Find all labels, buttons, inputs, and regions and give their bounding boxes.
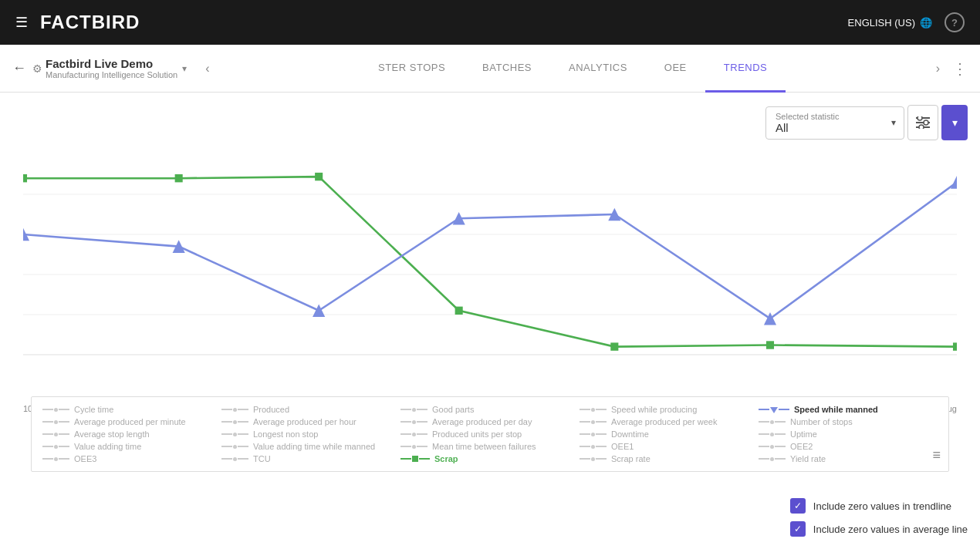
statistic-select[interactable]: Selected statistic All ▾ <box>765 106 904 140</box>
more-menu-button[interactable]: ⋮ <box>952 59 968 78</box>
svg-rect-16 <box>766 341 774 349</box>
svg-rect-11 <box>23 174 27 182</box>
chart-area: 10. Aug 11. Aug 12. Aug 13. Aug 14. Aug … <box>23 154 957 395</box>
legend-item-avg-per-day[interactable]: Average produced per day <box>400 417 580 426</box>
stat-select-arrow-icon: ▾ <box>891 117 896 128</box>
legend-item-produced[interactable]: Produced <box>221 405 400 414</box>
blue-dropdown-button[interactable]: ▾ <box>941 105 968 140</box>
checkbox-row-avgline: ✓ Include zero values in average line <box>790 521 968 537</box>
legend-item-value-adding-manned[interactable]: Value adding time while manned <box>221 442 400 451</box>
checkbox-row-trendline: ✓ Include zero values in trendline <box>790 498 968 514</box>
svg-rect-12 <box>175 174 183 182</box>
legend-item-speed-manned[interactable]: Speed while manned <box>759 405 938 414</box>
legend-item-value-adding[interactable]: Value adding time <box>42 442 221 451</box>
legend-label-tcu: TCU <box>253 454 271 463</box>
legend-item-oee3[interactable]: OEE3 <box>42 454 221 463</box>
tab-batches[interactable]: BATCHES <box>464 45 550 93</box>
legend-item-avg-stop-length[interactable]: Average stop length <box>42 429 221 439</box>
nav-right-arrow[interactable]: › <box>930 62 946 76</box>
nav-left-arrow[interactable]: ‹ <box>199 62 215 76</box>
legend-item-oee2[interactable]: OEE2 <box>759 442 938 451</box>
tab-trends[interactable]: TRENDS <box>705 45 786 93</box>
hamburger-icon[interactable]: ☰ <box>15 14 28 31</box>
globe-icon: 🌐 <box>920 17 932 29</box>
legend-label-good-parts: Good parts <box>432 405 474 414</box>
legend-label-oee1: OEE1 <box>611 442 634 451</box>
legend-item-produced-per-stop[interactable]: Produced units per stop <box>400 429 580 439</box>
legend-label-speed-manned: Speed while manned <box>794 405 878 414</box>
legend-label-num-stops: Number of stops <box>790 417 853 426</box>
legend-label-mean-time: Mean time between failures <box>432 442 536 451</box>
svg-rect-13 <box>315 173 323 180</box>
legend-item-avg-per-hour[interactable]: Average produced per hour <box>221 417 400 426</box>
language-label: ENGLISH (US) <box>848 17 915 29</box>
back-button[interactable]: ← <box>12 60 26 76</box>
zero-avgline-label: Include zero values in average line <box>813 524 968 535</box>
legend-label-avg-per-minute: Average produced per minute <box>74 417 186 426</box>
svg-marker-23 <box>764 312 776 325</box>
legend-item-longest-non-stop[interactable]: Longest non stop <box>221 429 400 439</box>
legend-item-downtime[interactable]: Downtime <box>580 429 759 439</box>
zero-avgline-checkbox[interactable]: ✓ <box>790 521 806 537</box>
svg-rect-14 <box>455 307 463 315</box>
help-button[interactable]: ? <box>945 12 965 32</box>
workspace-name: Factbird Live Demo <box>46 57 177 70</box>
legend-item-cycle-time[interactable]: Cycle time <box>42 405 221 414</box>
legend-label-avg-per-day: Average produced per day <box>432 417 532 426</box>
nav-tabs: STER STOPS BATCHES ANALYTICS OEE TRENDS <box>216 45 930 93</box>
legend-label-cycle-time: Cycle time <box>74 405 113 414</box>
stat-select-value: All <box>776 121 894 134</box>
main-content: Selected statistic All ▾ ▾ <box>0 93 980 549</box>
logo: FACTBIRD <box>40 12 140 33</box>
filter-icon <box>916 116 930 129</box>
legend-label-avg-per-hour: Average produced per hour <box>253 417 357 426</box>
legend-item-oee1[interactable]: OEE1 <box>580 442 759 451</box>
legend-item-scrap[interactable]: Scrap <box>400 454 580 463</box>
legend-label-avg-per-week: Average produced per week <box>611 417 717 426</box>
legend-label-produced-per-stop: Produced units per stop <box>432 429 522 439</box>
svg-point-5 <box>919 125 924 129</box>
legend-item-speed-producing[interactable]: Speed while producing <box>580 405 759 414</box>
workspace-subtitle: Manufacturing Intelligence Solution <box>46 70 177 79</box>
legend-label-speed-producing: Speed while producing <box>611 405 697 414</box>
header-right: ENGLISH (US) 🌐 ? <box>848 12 965 32</box>
zero-trendline-label: Include zero values in trendline <box>813 500 951 512</box>
legend-item-tcu[interactable]: TCU <box>221 454 400 463</box>
header: ☰ FACTBIRD ENGLISH (US) 🌐 ? <box>0 0 980 45</box>
legend-item-num-stops[interactable]: Number of stops <box>759 417 938 426</box>
legend-label-downtime: Downtime <box>611 429 649 439</box>
legend-label-scrap: Scrap <box>434 454 458 463</box>
workspace-icon: ⚙ <box>32 62 42 75</box>
legend-item-good-parts[interactable]: Good parts <box>400 405 580 414</box>
legend-menu-icon[interactable]: ≡ <box>932 447 941 463</box>
legend-item-uptime[interactable]: Uptime <box>759 429 938 439</box>
tab-oee[interactable]: OEE <box>646 45 705 93</box>
legend-label-avg-stop-length: Average stop length <box>74 429 150 439</box>
legend-label-scrap-rate: Scrap rate <box>611 454 651 463</box>
filter-button[interactable] <box>907 105 938 140</box>
legend-label-value-adding-manned: Value adding time while manned <box>253 442 375 451</box>
legend-label-produced: Produced <box>253 405 289 414</box>
legend-item-scrap-rate[interactable]: Scrap rate <box>580 454 759 463</box>
zero-trendline-checkbox[interactable]: ✓ <box>790 498 806 514</box>
legend-label-oee2: OEE2 <box>790 442 813 451</box>
workspace-info: Factbird Live Demo Manufacturing Intelli… <box>46 57 177 79</box>
svg-point-4 <box>924 120 928 125</box>
controls-area: Selected statistic All ▾ ▾ <box>765 105 968 140</box>
legend-item-avg-per-minute[interactable]: Average produced per minute <box>42 417 221 426</box>
tab-analytics[interactable]: ANALYTICS <box>550 45 646 93</box>
stat-select-label: Selected statistic <box>776 112 894 121</box>
blue-dropdown-icon: ▾ <box>952 116 958 129</box>
header-left: ☰ FACTBIRD <box>15 12 140 33</box>
tab-ster-stops[interactable]: STER STOPS <box>360 45 464 93</box>
language-button[interactable]: ENGLISH (US) 🌐 <box>848 17 932 29</box>
legend-item-mean-time[interactable]: Mean time between failures <box>400 442 580 451</box>
legend-label-uptime: Uptime <box>790 429 817 439</box>
legend-label-value-adding: Value adding time <box>74 442 141 451</box>
svg-point-3 <box>917 116 922 120</box>
legend: Cycle time Produced Good parts Speed whi… <box>31 396 949 472</box>
legend-label-oee3: OEE3 <box>74 454 96 463</box>
legend-item-avg-per-week[interactable]: Average produced per week <box>580 417 759 426</box>
legend-item-yield-rate[interactable]: Yield rate <box>759 454 938 463</box>
workspace-dropdown-button[interactable]: ▾ <box>182 63 187 74</box>
